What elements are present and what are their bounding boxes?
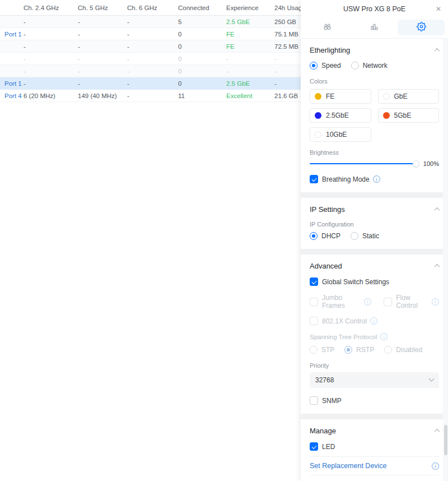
snmp-checkbox[interactable]: SNMP <box>310 396 342 405</box>
radio-speed[interactable]: Speed <box>310 62 341 70</box>
cell-ch24: - <box>24 80 78 87</box>
cell-ch24: - <box>24 43 78 50</box>
checkbox-label: LED <box>322 443 335 451</box>
colors-label: Colors <box>310 78 439 85</box>
dot1x-row: 802.1X Control i <box>310 317 439 325</box>
radio-network[interactable]: Network <box>351 62 388 70</box>
color-chip-fe[interactable]: FE <box>310 89 371 104</box>
color-chip-grid: FE GbE 2.5GbE 5GbE 10GbE <box>310 89 439 142</box>
breathing-mode-checkbox[interactable]: Breathing Mode <box>310 175 370 183</box>
stp-label-text: Spanning Tree Protocol <box>310 334 377 340</box>
tab-overview[interactable] <box>304 20 351 35</box>
section-title: Manage <box>310 427 336 435</box>
brightness-label: Brightness <box>310 149 439 156</box>
cell-ch5: 149 (40 MHz) <box>78 92 127 99</box>
tab-statistics[interactable] <box>351 20 398 35</box>
info-icon: i <box>432 298 439 306</box>
led-checkbox[interactable]: LED <box>310 442 335 451</box>
global-switch-row: Global Switch Settings <box>310 278 439 286</box>
color-chip-gbe[interactable]: GbE <box>378 89 440 104</box>
jumbo-flow-row: Jumbo Frames i Flow Control i <box>310 294 439 309</box>
slider-track[interactable] <box>310 163 418 164</box>
cell-connected: 0 <box>178 80 226 87</box>
radio-label: DHCP <box>321 232 340 240</box>
brightness-slider[interactable]: 100% <box>310 160 439 167</box>
radio-icon <box>310 62 318 70</box>
priority-select[interactable]: 32768 <box>310 372 439 388</box>
link-label: Set Replacement Device <box>310 462 387 470</box>
priority-label: Priority <box>310 362 439 369</box>
radio-label: Static <box>362 232 379 240</box>
led-row: LED <box>310 442 439 451</box>
manage-links: Set Replacement Device i Load Configurat… <box>310 456 439 481</box>
load-configuration-link[interactable]: Load Configuration i <box>310 475 439 481</box>
col-experience: Experience <box>226 4 274 11</box>
section-header-etherlighting[interactable]: Etherlighting <box>310 46 439 54</box>
section-header-ip-settings[interactable]: IP Settings <box>310 205 439 214</box>
info-icon[interactable]: i <box>373 175 380 183</box>
radio-static[interactable]: Static <box>351 232 379 240</box>
chevron-up-icon <box>435 207 440 213</box>
cell-experience: - <box>226 55 274 62</box>
chevron-up-icon <box>435 429 440 434</box>
color-chip-5gbe[interactable]: 5GbE <box>378 108 440 123</box>
info-icon: i <box>380 333 388 340</box>
cell-ch6: - <box>127 18 178 25</box>
info-icon: i <box>364 298 371 306</box>
cell-ch6: - <box>127 31 178 38</box>
set-replacement-device-link[interactable]: Set Replacement Device i <box>310 456 439 475</box>
section-ip-settings: IP Settings IP Configuration DHCP Static <box>301 198 448 249</box>
checkbox-icon <box>310 298 318 306</box>
cell-experience: FE <box>226 31 274 38</box>
color-chip-10gbe[interactable]: 10GbE <box>310 127 371 142</box>
section-divider <box>301 249 448 255</box>
cell-ch24: - <box>24 18 78 25</box>
section-manage: Manage LED Set Replacement Device i Load… <box>301 419 448 481</box>
radio-dhcp[interactable]: DHCP <box>310 232 340 240</box>
info-icon[interactable]: i <box>432 462 439 470</box>
stp-label: Spanning Tree Protocol i <box>310 333 439 340</box>
color-chip-25gbe[interactable]: 2.5GbE <box>310 108 371 123</box>
gear-icon <box>417 22 426 34</box>
chevron-down-icon <box>429 376 435 381</box>
panel-scrollbar-track[interactable] <box>443 38 448 481</box>
checkbox-icon <box>310 278 318 286</box>
chip-label: 5GbE <box>394 112 412 119</box>
cell-connected: 0 <box>178 55 226 62</box>
panel-scrollbar-thumb[interactable] <box>444 425 447 455</box>
etherlighting-mode-group: Speed Network <box>310 62 439 70</box>
radio-label: RSTP <box>356 346 374 354</box>
cell-ch5: - <box>78 31 127 38</box>
section-advanced: Advanced Global Switch Settings Jumbo Fr… <box>301 255 448 414</box>
cell-connected: 0 <box>178 68 226 75</box>
chip-label: GbE <box>394 92 408 100</box>
device-panel: USW Pro XG 8 PoE ✕ <box>301 0 448 481</box>
tab-settings[interactable] <box>398 20 445 35</box>
section-title: IP Settings <box>310 205 345 214</box>
info-icon: i <box>370 317 377 325</box>
color-swatch-25gbe <box>315 112 321 119</box>
cell-ch24: - <box>24 31 78 38</box>
section-header-advanced[interactable]: Advanced <box>310 262 439 270</box>
ip-config-group: DHCP Static <box>310 232 439 240</box>
section-header-manage[interactable]: Manage <box>310 427 439 435</box>
port-link[interactable]: Port 1 <box>0 31 24 38</box>
panel-header: USW Pro XG 8 PoE ✕ <box>301 0 448 18</box>
radio-icon <box>344 346 352 354</box>
panel-tabs <box>301 18 448 39</box>
chip-label: FE <box>326 92 334 100</box>
checkbox-label: Breathing Mode <box>322 175 370 183</box>
col-ch5: Ch. 5 GHz <box>78 4 127 11</box>
port-link[interactable]: Port 1 <box>0 80 24 87</box>
cell-experience: Excellent <box>226 92 274 99</box>
color-swatch-fe <box>315 93 321 100</box>
cell-ch5: - <box>78 55 127 62</box>
port-link[interactable]: Port 4 <box>0 92 24 99</box>
slider-knob[interactable] <box>413 160 419 167</box>
radio-disabled: Disabled <box>384 346 422 354</box>
close-icon[interactable]: ✕ <box>436 6 441 12</box>
cell-connected: 0 <box>178 31 226 38</box>
radio-icon <box>351 62 359 70</box>
checkbox-label: SNMP <box>322 397 342 405</box>
global-switch-checkbox[interactable]: Global Switch Settings <box>310 278 389 286</box>
